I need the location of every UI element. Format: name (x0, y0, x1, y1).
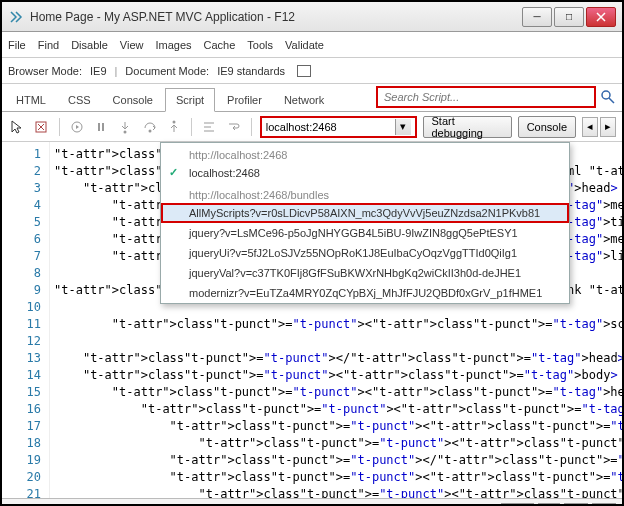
console-button[interactable]: Console (518, 116, 576, 138)
tab-html[interactable]: HTML (6, 89, 56, 111)
mode-bar: Browser Mode: IE9 | Document Mode: IE9 s… (2, 58, 622, 84)
mode-icon[interactable] (297, 65, 311, 77)
search-icon[interactable] (600, 89, 616, 105)
dropdown-item[interactable]: jqueryUi?v=5fJ2LoSJVz55NOpRoK1J8EuIbaCyO… (161, 243, 569, 263)
dropdown-item[interactable]: AllMyScripts?v=r0sLDicvP58AIXN_mc3QdyVvV… (161, 203, 569, 223)
chevron-down-icon: ▾ (395, 119, 411, 135)
svg-rect-4 (102, 123, 104, 131)
step-into-icon[interactable] (116, 117, 134, 137)
menu-cache[interactable]: Cache (204, 39, 236, 51)
svg-point-7 (173, 120, 176, 123)
toolbar: localhost:2468 ▾ Start debugging Console… (2, 112, 622, 142)
dropdown-group-2: http://localhost:2468/bundles (161, 183, 569, 203)
clear-icon[interactable] (32, 117, 50, 137)
menu-bar: File Find Disable View Images Cache Tool… (2, 32, 622, 58)
dropdown-item[interactable]: modernizr?v=EuTZa4MRY0ZqCYpBXj_MhJfFJU2Q… (161, 283, 569, 303)
script-selector[interactable]: localhost:2468 ▾ (260, 116, 417, 138)
app-icon (8, 9, 24, 25)
title-bar: Home Page - My ASP.NET MVC Application -… (2, 2, 622, 32)
play-icon[interactable] (68, 117, 86, 137)
start-debugging-button[interactable]: Start debugging (423, 116, 512, 138)
tab-console[interactable]: Console (103, 89, 163, 111)
step-out-icon[interactable] (165, 117, 183, 137)
tab-network[interactable]: Network (274, 89, 334, 111)
dropdown-item[interactable]: jqueryVal?v=c37TK0FIj8GfFSuBKWXrNHbgKq2w… (161, 263, 569, 283)
dropdown-group-1: http://localhost:2468 (161, 143, 569, 163)
check-icon: ✓ (169, 166, 178, 179)
document-mode-value[interactable]: IE9 standards (217, 65, 285, 77)
menu-validate[interactable]: Validate (285, 39, 324, 51)
menu-view[interactable]: View (120, 39, 144, 51)
cursor-icon[interactable] (8, 117, 26, 137)
pause-icon[interactable] (92, 117, 110, 137)
menu-find[interactable]: Find (38, 39, 59, 51)
svg-point-0 (602, 91, 610, 99)
maximize-button[interactable]: □ (554, 7, 584, 27)
format-icon[interactable] (200, 117, 218, 137)
stop-button[interactable] (564, 503, 588, 507)
close-button[interactable] (586, 7, 616, 27)
window-title: Home Page - My ASP.NET MVC Application -… (30, 10, 520, 24)
multiline-button[interactable] (592, 503, 616, 507)
tab-bar: HTML CSS Console Script Profiler Network (2, 84, 622, 112)
status-bar: >> | ▶ (2, 498, 622, 506)
nav-prev-icon[interactable]: ◂ (582, 117, 598, 137)
wrap-icon[interactable] (224, 117, 242, 137)
nav-arrows: ◂ ▸ (582, 117, 616, 137)
step-over-icon[interactable] (141, 117, 159, 137)
search-wrap (376, 86, 616, 108)
svg-point-6 (148, 129, 151, 132)
line-gutter: 123456789101112131415161718192021 (2, 142, 50, 498)
editor: 123456789101112131415161718192021 "t-att… (2, 142, 622, 498)
dropdown-item[interactable]: ✓ localhost:2468 (161, 163, 569, 183)
tab-css[interactable]: CSS (58, 89, 101, 111)
nav-next-icon[interactable]: ▸ (600, 117, 616, 137)
minimize-button[interactable]: ─ (522, 7, 552, 27)
dropdown-item[interactable]: jquery?v=LsMCe96-p5oJgNHYGGB4L5iBU-9IwZI… (161, 223, 569, 243)
browser-mode-value[interactable]: IE9 (90, 65, 107, 77)
menu-tools[interactable]: Tools (247, 39, 273, 51)
svg-point-5 (124, 130, 127, 133)
console-prompt[interactable]: >> | (501, 503, 534, 507)
tab-script[interactable]: Script (165, 88, 215, 112)
search-input[interactable] (376, 86, 596, 108)
tab-profiler[interactable]: Profiler (217, 89, 272, 111)
script-selector-value: localhost:2468 (266, 121, 337, 133)
window-controls: ─ □ (520, 7, 616, 27)
browser-mode-label: Browser Mode: (8, 65, 82, 77)
svg-rect-3 (98, 123, 100, 131)
menu-disable[interactable]: Disable (71, 39, 108, 51)
run-button[interactable]: ▶ (538, 503, 560, 507)
menu-images[interactable]: Images (155, 39, 191, 51)
menu-file[interactable]: File (8, 39, 26, 51)
script-dropdown: http://localhost:2468 ✓ localhost:2468 h… (160, 142, 570, 304)
document-mode-label: Document Mode: (125, 65, 209, 77)
